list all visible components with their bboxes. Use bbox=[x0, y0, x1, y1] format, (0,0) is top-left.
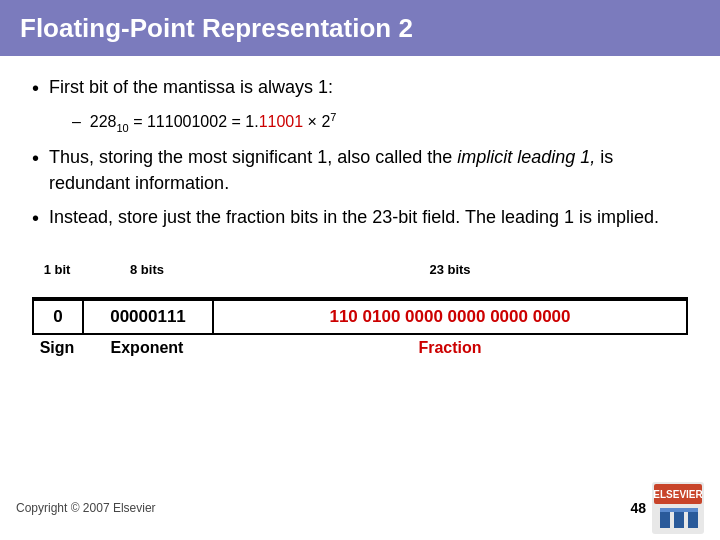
bullet-1-text: First bit of the mantissa is always 1: bbox=[49, 74, 333, 100]
elsevier-logo-icon: ELSEVIER bbox=[652, 482, 704, 534]
sub-exp: 7 bbox=[330, 111, 336, 123]
bullet-1-marker: • bbox=[32, 74, 39, 102]
label-1bit: 1 bit bbox=[32, 260, 82, 279]
bit-table-container: 1 bit 8 bits 23 bits 0 00000111 110 0100… bbox=[32, 260, 688, 357]
table-data-row: 0 00000111 110 0100 0000 0000 0000 0000 bbox=[34, 299, 686, 333]
sub-base10: 10 bbox=[116, 122, 128, 134]
label-23bit: 23 bits bbox=[212, 260, 688, 279]
footer-sign: Sign bbox=[32, 339, 82, 357]
table-data-section: 0 00000111 110 0100 0000 0000 0000 0000 bbox=[32, 297, 688, 335]
cell-fraction: 110 0100 0000 0000 0000 0000 bbox=[214, 301, 686, 333]
slide-title: Floating-Point Representation 2 bbox=[20, 13, 413, 44]
bullet-3-marker: • bbox=[32, 204, 39, 232]
bullet-item-3: • Instead, store just the fraction bits … bbox=[32, 204, 688, 232]
elsevier-box: 48 ELSEVIER bbox=[630, 482, 704, 534]
slide: Floating-Point Representation 2 • First … bbox=[0, 0, 720, 540]
bullet-item-1: • First bit of the mantissa is always 1: bbox=[32, 74, 688, 102]
bullet-2-text: Thus, storing the most significant 1, al… bbox=[49, 144, 688, 196]
bullet-2-marker: • bbox=[32, 144, 39, 172]
slide-content: • First bit of the mantissa is always 1:… bbox=[0, 56, 720, 476]
slide-footer: Copyright © 2007 Elsevier 48 ELSEVIER bbox=[0, 476, 720, 540]
bullet-item-2: • Thus, storing the most significant 1, … bbox=[32, 144, 688, 196]
footer-fraction: Fraction bbox=[212, 339, 688, 357]
slide-header: Floating-Point Representation 2 bbox=[0, 0, 720, 56]
cell-exponent: 00000111 bbox=[84, 301, 214, 333]
copyright-text: Copyright © 2007 Elsevier bbox=[16, 501, 156, 515]
sub-item-1: – 22810 = 111001002 = 1.11001 × 27 bbox=[72, 110, 688, 136]
footer-exponent: Exponent bbox=[82, 339, 212, 357]
svg-rect-6 bbox=[660, 508, 698, 512]
table-bit-labels-row: 1 bit 8 bits 23 bits bbox=[32, 260, 688, 279]
cell-sign: 0 bbox=[34, 301, 84, 333]
page-number: 48 bbox=[630, 500, 646, 516]
label-8bit: 8 bits bbox=[82, 260, 212, 279]
bullet-3-text: Instead, store just the fraction bits in… bbox=[49, 204, 659, 230]
table-footer-row: Sign Exponent Fraction bbox=[32, 339, 688, 357]
svg-text:ELSEVIER: ELSEVIER bbox=[653, 489, 703, 500]
sub-red-text: 11001 bbox=[259, 113, 304, 130]
